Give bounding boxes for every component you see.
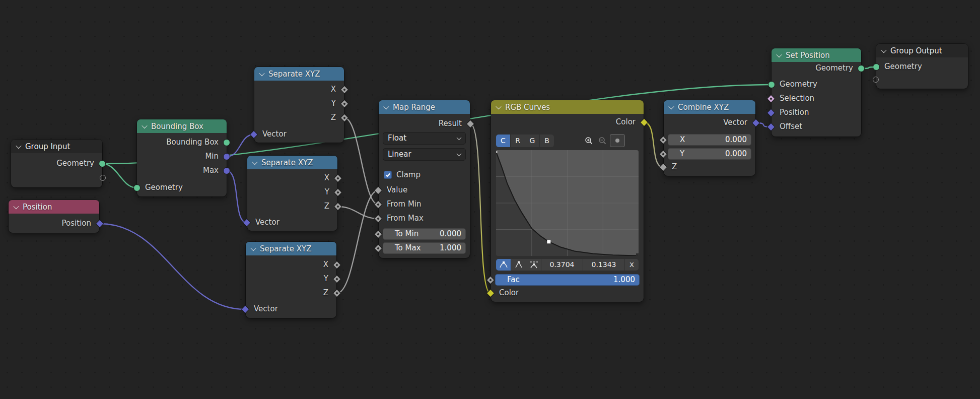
node-map-range[interactable]: Map Range Result Float Linear (379, 100, 470, 258)
node-header[interactable]: Combine XYZ (664, 100, 755, 114)
node-header[interactable]: Set Position (772, 48, 861, 62)
node-header[interactable]: Separate XYZ (246, 242, 336, 255)
x-field[interactable]: X 0.000 (668, 134, 751, 146)
socket-from-max-input[interactable] (374, 215, 383, 223)
node-header[interactable]: Group Input (11, 140, 102, 153)
handle-vector-button[interactable] (511, 259, 526, 271)
socket-y-output[interactable] (334, 188, 342, 197)
socket-x-output[interactable] (340, 86, 349, 94)
fac-slider[interactable]: Fac 1.000 (495, 274, 640, 286)
to-min-field[interactable]: To Min 0.000 (383, 228, 466, 240)
zoom-out-icon[interactable] (596, 135, 609, 147)
socket-vector-input[interactable] (243, 219, 251, 227)
point-x-field[interactable]: 0.3704 (541, 259, 583, 271)
node-header[interactable]: Position (9, 200, 99, 214)
node-bounding-box[interactable]: Bounding Box Bounding Box Min Max Geomet… (137, 119, 227, 196)
node-position[interactable]: Position Position (9, 200, 99, 233)
channel-g-button[interactable]: G (525, 135, 539, 147)
collapse-chevron-icon[interactable] (250, 245, 256, 250)
socket-z-output[interactable] (340, 114, 349, 122)
handle-auto-button[interactable] (496, 259, 511, 271)
clamp-row: Clamp (379, 169, 470, 180)
channel-c-button[interactable]: C (496, 135, 510, 147)
socket-geometry-input[interactable] (873, 63, 880, 71)
socket-result-output[interactable] (466, 120, 475, 128)
node-separate-xyz-3[interactable]: Separate XYZ X Y Z Vector (246, 242, 336, 318)
socket-position-input[interactable] (767, 109, 776, 117)
collapse-chevron-icon[interactable] (252, 159, 257, 164)
collapse-chevron-icon[interactable] (16, 143, 21, 148)
channel-b-button[interactable]: B (540, 135, 554, 147)
node-header[interactable]: RGB Curves (491, 100, 644, 114)
node-header[interactable]: Separate XYZ (247, 156, 337, 169)
collapse-chevron-icon[interactable] (881, 47, 886, 52)
node-title: Group Output (890, 46, 942, 55)
socket-fac-input[interactable] (486, 276, 495, 285)
collapse-chevron-icon[interactable] (776, 51, 782, 57)
socket-y-output[interactable] (333, 275, 341, 284)
socket-color-output[interactable] (640, 118, 649, 127)
socket-max-output[interactable] (223, 167, 230, 174)
socket-x-output[interactable] (334, 174, 342, 183)
clamp-checkbox[interactable] (384, 171, 392, 179)
node-header[interactable]: Separate XYZ (254, 67, 344, 81)
socket-x-output[interactable] (333, 261, 341, 270)
x-row: X 0.000 (664, 134, 755, 146)
node-group-output[interactable]: Group Output Geometry (876, 44, 968, 89)
curve-editor-widget[interactable] (496, 150, 639, 256)
socket-geometry-output[interactable] (99, 160, 106, 167)
socket-vector-input[interactable] (250, 130, 258, 139)
socket-position-output[interactable] (96, 220, 104, 228)
y-field[interactable]: Y 0.000 (668, 148, 751, 160)
collapse-chevron-icon[interactable] (13, 203, 19, 209)
socket-selection-input[interactable] (767, 95, 776, 103)
curve-tools-menu-button[interactable] (626, 135, 639, 147)
collapse-chevron-icon[interactable] (142, 122, 147, 128)
node-group-input[interactable]: Group Input Geometry (11, 140, 102, 187)
socket-y-input[interactable] (659, 150, 668, 159)
handle-auto-clamped-button[interactable] (526, 259, 541, 271)
node-header[interactable]: Map Range (379, 100, 470, 114)
channel-r-button[interactable]: R (511, 135, 525, 147)
virtual-socket[interactable] (873, 77, 879, 83)
node-separate-xyz-2[interactable]: Separate XYZ X Y Z Vector (247, 156, 337, 231)
socket-to-max-input[interactable] (374, 244, 383, 253)
to-max-field[interactable]: To Max 1.000 (383, 242, 466, 254)
socket-vector-input[interactable] (241, 305, 250, 314)
node-set-position[interactable]: Set Position Geometry Geometry Selection… (772, 48, 861, 137)
socket-from-min-input[interactable] (374, 201, 383, 209)
socket-offset-input[interactable] (767, 123, 776, 131)
point-y-field[interactable]: 0.1343 (583, 259, 624, 271)
socket-to-min-input[interactable] (374, 230, 383, 239)
socket-z-output[interactable] (334, 203, 342, 211)
socket-z-output[interactable] (333, 289, 341, 298)
interpolation-dropdown[interactable]: Linear (383, 148, 466, 161)
zoom-in-icon[interactable] (583, 135, 595, 147)
node-header[interactable]: Group Output (876, 44, 968, 57)
socket-geometry-output[interactable] (858, 65, 865, 72)
node-separate-xyz-1[interactable]: Separate XYZ X Y Z Vector (254, 67, 344, 143)
node-header[interactable]: Bounding Box (137, 119, 227, 133)
data-type-dropdown[interactable]: Float (383, 132, 466, 145)
socket-bounding-box-output[interactable] (223, 139, 230, 146)
socket-y-output[interactable] (340, 100, 349, 108)
y-row: Y 0.000 (664, 148, 755, 160)
socket-value-input[interactable] (374, 186, 383, 195)
clipping-options-button[interactable] (610, 134, 625, 147)
socket-vector-output[interactable] (752, 119, 760, 127)
socket-z-input[interactable] (659, 163, 668, 172)
node-rgb-curves[interactable]: RGB Curves Color C R G B (491, 100, 644, 302)
socket-color-input[interactable] (486, 289, 495, 298)
socket-min-output[interactable] (223, 153, 230, 160)
node-editor-canvas[interactable]: Group Input Geometry Position Position (0, 0, 980, 399)
collapse-chevron-icon[interactable] (496, 103, 501, 109)
collapse-chevron-icon[interactable] (383, 103, 389, 109)
socket-geometry-input[interactable] (133, 184, 141, 191)
socket-geometry-input[interactable] (768, 81, 775, 88)
socket-x-input[interactable] (659, 136, 668, 145)
collapse-chevron-icon[interactable] (259, 70, 264, 76)
delete-point-button[interactable]: X (625, 259, 639, 271)
collapse-chevron-icon[interactable] (668, 103, 674, 109)
virtual-socket[interactable] (100, 175, 106, 181)
node-combine-xyz[interactable]: Combine XYZ Vector X 0.000 Y 0.000 (664, 100, 755, 176)
